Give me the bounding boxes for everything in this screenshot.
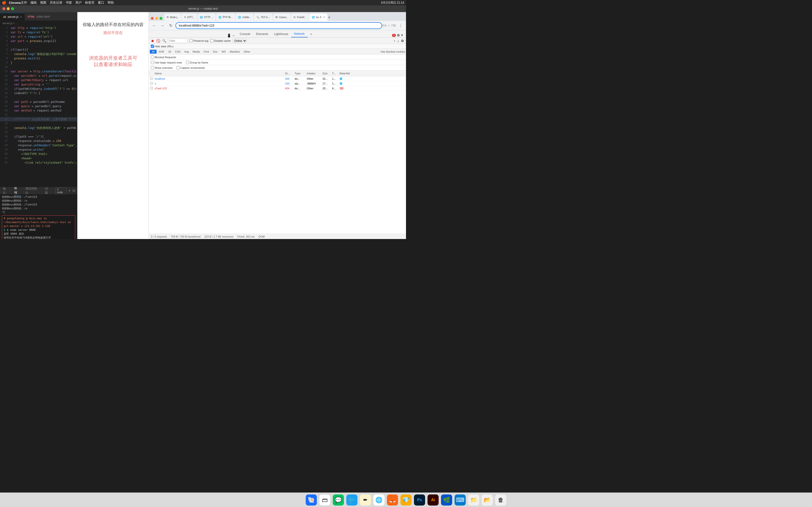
transferred-size: 703 B / 703 B transferred	[171, 235, 201, 238]
show-overview-label[interactable]: Show overview	[151, 66, 172, 69]
menu-tabs[interactable]: 标签页	[85, 0, 95, 5]
close-tab-server-js[interactable]: ×	[20, 15, 22, 19]
network-row-x[interactable]: x 200 sty... :8888/4 17... 1...	[149, 81, 406, 86]
chrome-tab-loc[interactable]: 🌐 loc X ×	[309, 13, 327, 21]
minimize-button[interactable]	[7, 7, 10, 10]
export-icon[interactable]: ↓	[397, 39, 399, 43]
menu-bookmarks[interactable]: 书签	[66, 0, 72, 5]
hide-data-urls-label[interactable]: Hide data URLs	[151, 45, 173, 48]
header-waterfall[interactable]: Waterfall	[339, 72, 405, 75]
chrome-maximize-button[interactable]	[159, 17, 162, 20]
chrome-tab-htt[interactable]: X [HTT...	[182, 13, 197, 21]
chrome-tab-why[interactable]: 🔍 为什么...	[254, 13, 272, 21]
group-by-frame-label[interactable]: Group by frame	[186, 61, 208, 64]
add-terminal-button[interactable]: +	[68, 188, 70, 193]
menu-history[interactable]: 历史记录	[50, 0, 62, 5]
tab-problems[interactable]: 问题	[44, 186, 51, 195]
filter-tab-img[interactable]: Img	[183, 50, 191, 54]
more-options-button[interactable]: ⋮	[397, 22, 404, 29]
header-size[interactable]: Size	[322, 72, 332, 75]
header-type[interactable]: Type	[295, 72, 307, 75]
devtools-select-icon[interactable]: ↔	[232, 34, 236, 38]
filter-tab-manifest[interactable]: Manifest	[228, 50, 242, 54]
filter-tab-other[interactable]: Other	[242, 50, 252, 54]
devtools-tab-lighthouse[interactable]: Lighthouse	[271, 31, 291, 38]
chrome-minimize-button[interactable]	[155, 17, 158, 20]
disable-cache-label[interactable]: Disable cache	[210, 39, 231, 42]
record-button[interactable]: ⏺	[151, 39, 154, 43]
filter-tab-css[interactable]: CSS	[173, 50, 183, 54]
group-by-frame-checkbox[interactable]	[186, 61, 189, 64]
chrome-tab-canon[interactable]: W Canon...	[273, 13, 291, 21]
capture-screenshots-checkbox[interactable]	[176, 66, 180, 69]
tab-output[interactable]: 输出	[2, 186, 9, 195]
code-line-2: 2var fs = require('fs')	[0, 30, 77, 35]
apple-logo-icon[interactable]: 🍎	[2, 0, 6, 5]
filter-tab-font[interactable]: Font	[202, 50, 211, 54]
disable-cache-checkbox[interactable]	[210, 39, 213, 42]
devtools-settings-icon[interactable]: ⚙	[397, 33, 400, 37]
chrome-tab-frank[interactable]: G FrankF...	[291, 13, 309, 21]
settings-network-icon[interactable]: ⚙	[401, 39, 404, 43]
chrome-close-button[interactable]	[151, 17, 154, 20]
hide-data-urls-checkbox[interactable]	[151, 45, 154, 48]
header-time[interactable]: T...	[332, 72, 339, 75]
filter-icon[interactable]: 🔍	[162, 39, 166, 43]
devtools-tab-more[interactable]: »	[308, 31, 315, 38]
chrome-tab-node[interactable]: N Node.j...	[164, 13, 181, 21]
filter-tab-ws[interactable]: WS	[220, 50, 228, 54]
chrome-tab-untitled[interactable]: 🌐 Untitle...	[236, 13, 254, 21]
header-initiator[interactable]: Initiator	[307, 72, 322, 75]
filter-tab-doc[interactable]: Doc	[211, 50, 220, 54]
back-button[interactable]: ←	[151, 22, 158, 29]
throttle-select[interactable]: Online	[233, 39, 247, 43]
new-tab-button[interactable]: +	[328, 15, 331, 20]
menu-window[interactable]: 窗口	[98, 0, 104, 5]
code-editor[interactable]: 1var http = require('http') 2var fs = re…	[0, 26, 77, 187]
blocked-requests-checkbox[interactable]	[151, 56, 154, 59]
use-large-rows-checkbox[interactable]	[151, 61, 154, 64]
forward-button[interactable]: →	[159, 22, 166, 29]
menu-users[interactable]: 用户	[75, 0, 82, 5]
chrome-tab-ipv4[interactable]: 🌐 IPv4 地...	[216, 13, 235, 21]
header-status[interactable]: St...	[285, 72, 295, 75]
use-large-rows-label[interactable]: Use large request rows	[151, 61, 182, 64]
menu-edit[interactable]: 编辑	[31, 0, 37, 5]
split-terminal-button[interactable]: ⊟	[72, 189, 75, 192]
shell-select[interactable]: 1: node	[55, 187, 66, 194]
tab-index-html[interactable]: HTML index.html	[24, 13, 52, 20]
show-overview-checkbox[interactable]	[151, 66, 154, 69]
filter-tab-xhr[interactable]: XHR	[157, 50, 166, 54]
chrome-tab-http[interactable]: 🌐 HTTP ...	[197, 13, 215, 21]
preserve-log-checkbox[interactable]	[190, 39, 193, 42]
filter-tab-media[interactable]: Media	[191, 50, 202, 54]
filter-tab-all[interactable]: All	[150, 50, 157, 54]
blocked-requests-label[interactable]: Blocked Requests	[151, 56, 176, 59]
network-row-localhost[interactable]: localhost 200 do... Other 32... 1...	[149, 76, 406, 81]
devtools-tab-network[interactable]: Network	[291, 31, 308, 38]
nav-x-icon[interactable]: ×	[388, 24, 390, 27]
close-button[interactable]	[2, 7, 5, 10]
tab-debug-console[interactable]: 调试控制台	[24, 186, 40, 195]
menu-app[interactable]: Chrome	[9, 1, 21, 5]
header-name[interactable]: Name	[155, 72, 285, 75]
maximize-button[interactable]	[11, 7, 14, 10]
tab-server-js[interactable]: JS server.js ×	[0, 13, 24, 20]
reload-button[interactable]: ↻	[167, 22, 174, 29]
clear-button[interactable]: 🚫	[156, 39, 160, 43]
preserve-log-label[interactable]: Preserve log	[190, 39, 208, 42]
url-input[interactable]	[175, 22, 382, 29]
devtools-tab-elements[interactable]: Elements	[253, 31, 271, 38]
devtools-close-icon[interactable]: ×	[401, 33, 403, 38]
filter-input[interactable]	[168, 39, 188, 43]
devtools-device-icon[interactable]: 📱	[227, 34, 231, 38]
network-row-swd123[interactable]: s?wd=123 404 do... Other 20... 6...	[149, 86, 406, 91]
filter-tab-js[interactable]: JS	[166, 50, 173, 54]
capture-screenshots-label[interactable]: Capture screenshots	[176, 66, 205, 69]
devtools-tab-console[interactable]: Console	[237, 31, 253, 38]
menu-help[interactable]: 帮助	[108, 0, 114, 5]
menu-file[interactable]: 文件	[21, 0, 27, 5]
import-icon[interactable]: ↑	[394, 39, 395, 43]
close-chrome-tab-loc[interactable]: ×	[323, 15, 325, 19]
menu-view[interactable]: 视图	[40, 0, 46, 5]
